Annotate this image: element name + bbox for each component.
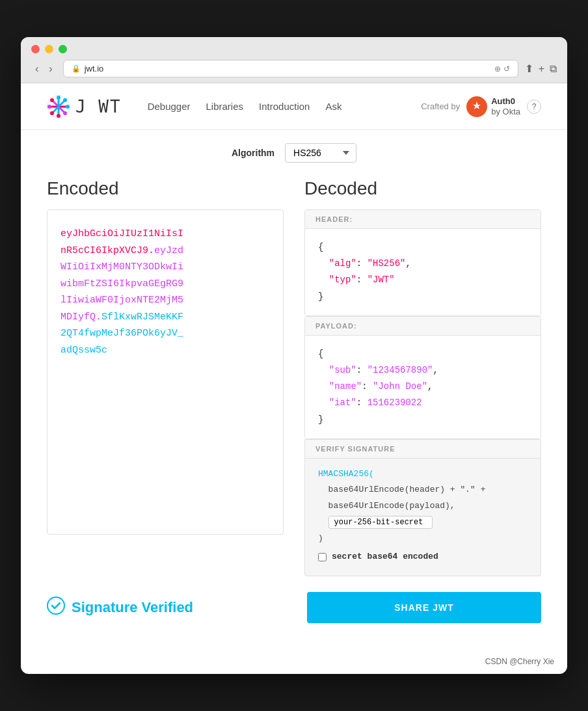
- svg-point-6: [57, 114, 60, 118]
- decoded-column: Decoded HEADER: { "alg": "HS256", "typ":…: [304, 178, 541, 576]
- share-jwt-button[interactable]: SHARE JWT: [307, 592, 541, 623]
- typ-value: "JWT": [368, 275, 395, 285]
- nav-introduction[interactable]: Introduction: [259, 101, 310, 112]
- main-content: Algorithm HS256 HS384 HS512 RS256 RS384 …: [21, 130, 567, 649]
- iat-value: 1516239022: [368, 397, 422, 408]
- hmac-fn: HMACSHA256(: [318, 469, 374, 479]
- decoded-title: Decoded: [304, 178, 541, 199]
- main-nav: Debugger Libraries Introduction Ask: [148, 101, 421, 112]
- svg-point-5: [57, 96, 60, 100]
- algorithm-select[interactable]: HS256 HS384 HS512 RS256 RS384 RS512: [285, 143, 356, 163]
- encoded-title: Encoded: [47, 178, 284, 199]
- svg-point-13: [47, 597, 64, 614]
- secret-input[interactable]: [328, 516, 433, 529]
- payload-section: PAYLOAD: { "sub": "1234567890", "name": …: [304, 316, 541, 439]
- url-text: jwt.io: [85, 64, 104, 74]
- sub-key: "sub": [329, 365, 356, 375]
- svg-point-9: [50, 98, 54, 102]
- payload-section-label: PAYLOAD:: [305, 317, 541, 336]
- auth0-logo: Auth0 by Okta: [466, 96, 520, 117]
- encode-payload-param: base64UrlEncode(payload),: [328, 501, 455, 511]
- logo: J WT: [47, 95, 122, 118]
- verify-body: HMACSHA256( base64UrlEncode(header) + ".…: [318, 466, 528, 565]
- verified-text: Signature Verified: [72, 599, 193, 616]
- tabs-button[interactable]: ⧉: [550, 62, 557, 75]
- name-key: "name": [329, 381, 362, 392]
- svg-point-7: [47, 105, 51, 109]
- encoded-box[interactable]: eyJhbGciOiJIUzI1NiIsInR5cCI6IkpXVCJ9.eyJ…: [47, 209, 284, 535]
- watermark-text: CSDN @Cherry Xie: [485, 657, 554, 666]
- secret-row: secret base64 encoded: [318, 549, 528, 565]
- traffic-light-green[interactable]: [59, 45, 67, 53]
- watermark: CSDN @Cherry Xie: [21, 649, 567, 674]
- app-header: J WT Debugger Libraries Introduction Ask…: [21, 83, 567, 130]
- encode-header-param: base64UrlEncode(header): [328, 485, 445, 494]
- bottom-row: Signature Verified SHARE JWT: [47, 592, 541, 623]
- verify-section-label: VERIFY SIGNATURE: [305, 440, 541, 459]
- back-button[interactable]: ‹: [31, 62, 42, 76]
- verify-section: VERIFY SIGNATURE HMACSHA256( base64UrlEn…: [304, 439, 541, 576]
- nav-debugger[interactable]: Debugger: [148, 101, 191, 112]
- secret-label: secret base64 encoded: [332, 549, 438, 565]
- nav-ask[interactable]: Ask: [325, 101, 341, 112]
- svg-point-11: [63, 98, 67, 102]
- auth0-icon: [466, 96, 487, 117]
- crafted-by-text: Crafted by: [421, 101, 460, 111]
- logo-text: J WT: [75, 97, 122, 116]
- alg-value: "HS256": [368, 258, 406, 269]
- signature-verified: Signature Verified: [47, 597, 193, 619]
- typ-key: "typ": [329, 275, 356, 285]
- help-button[interactable]: ?: [527, 100, 541, 114]
- columns: Encoded eyJhbGciOiJIUzI1NiIsInR5cCI6IkpX…: [47, 178, 541, 576]
- base64-checkbox[interactable]: [318, 553, 327, 561]
- share-button[interactable]: ⬆: [525, 62, 533, 75]
- sub-value: "1234567890": [368, 365, 433, 375]
- logo-icon: [47, 95, 70, 118]
- payload-section-body: { "sub": "1234567890", "name": "John Doe…: [305, 336, 541, 438]
- algorithm-label: Algorithm: [232, 148, 274, 158]
- nav-libraries[interactable]: Libraries: [206, 101, 244, 112]
- svg-point-8: [66, 105, 70, 109]
- svg-point-12: [50, 111, 54, 115]
- header-section-body: { "alg": "HS256", "typ": "JWT" }: [305, 229, 541, 315]
- auth0-label: Auth0 by Okta: [491, 96, 520, 116]
- crafted-by: Crafted by Auth0 by Okta ?: [421, 96, 541, 117]
- encoded-column: Encoded eyJhbGciOiJIUzI1NiIsInR5cCI6IkpX…: [47, 178, 284, 535]
- header-section: HEADER: { "alg": "HS256", "typ": "JWT" }: [304, 209, 541, 316]
- traffic-light-yellow[interactable]: [45, 45, 53, 53]
- forward-button[interactable]: ›: [45, 62, 56, 76]
- verified-icon: [47, 597, 65, 619]
- name-value: "John Doe": [373, 381, 427, 392]
- decoded-panels: HEADER: { "alg": "HS256", "typ": "JWT" }…: [304, 209, 541, 576]
- alg-key: "alg": [329, 258, 356, 269]
- iat-key: "iat": [329, 397, 356, 408]
- lock-icon: 🔒: [72, 64, 81, 73]
- algorithm-row: Algorithm HS256 HS384 HS512 RS256 RS384 …: [47, 143, 541, 163]
- traffic-light-red[interactable]: [31, 45, 40, 53]
- page-actions: ⊕ ↺: [494, 64, 509, 74]
- new-tab-button[interactable]: +: [539, 62, 544, 75]
- svg-point-10: [63, 111, 67, 115]
- address-bar: 🔒 jwt.io ⊕ ↺: [63, 60, 518, 77]
- header-section-label: HEADER:: [305, 210, 541, 229]
